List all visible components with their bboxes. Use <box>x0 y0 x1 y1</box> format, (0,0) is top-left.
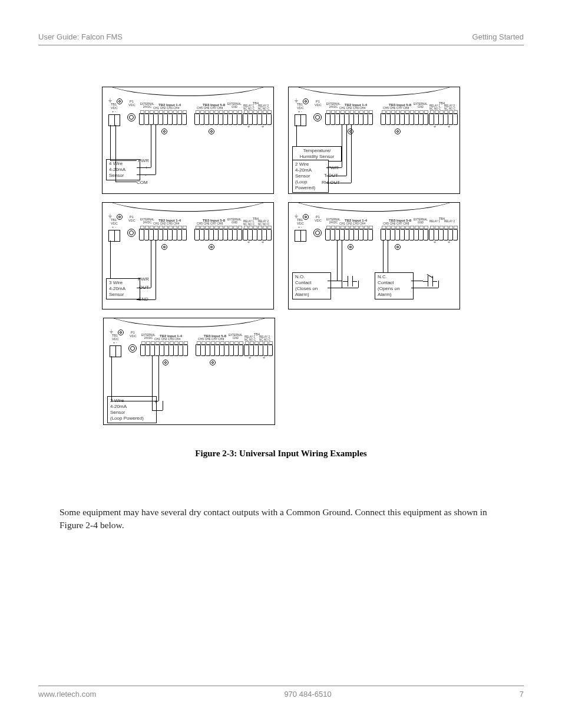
wiring-panel-contacts: ⏚ TB1 VDC + - P1 VDC EXTERNAL24VDC TB2 I… <box>288 202 460 309</box>
footer-right: 7 <box>520 690 524 699</box>
wiring-diagram-area: ⏚ TB1 VDC + - P1 VDC EXTERNAL24VDC TB2 I… <box>38 87 524 488</box>
header-left: User Guide: Falcon FMS <box>38 32 123 41</box>
body-paragraph: Some equipment may have several dry cont… <box>59 506 503 531</box>
wiring-panel-2wire-loop: ⏚ TB1 VDC + - P1 VDC EXTERNAL24VDC TB2 I… <box>103 318 275 425</box>
header-right: Getting Started <box>472 32 524 41</box>
wiring-panel-3wire: ⏚ TB1 VDC + - P1 VDC EXTERNAL24VDC TB2 I… <box>102 202 274 309</box>
figure-caption: Figure 2-3: Universal Input Wiring Examp… <box>195 449 366 459</box>
footer-left: www.rletech.com <box>38 690 96 699</box>
page-footer: www.rletech.com 970 484-6510 7 <box>38 686 524 699</box>
page-header: User Guide: Falcon FMS Getting Started <box>38 32 524 45</box>
wiring-panel-4wire: ⏚ TB1 VDC + - P1 VDC EXTERNAL24VDC TB2 I… <box>102 87 274 194</box>
wiring-panel-temp-humidity: ⏚ TB1 VDC + - P1 VDC EXTERNAL24VDC TB2 I… <box>288 87 460 194</box>
footer-center: 970 484-6510 <box>284 690 331 699</box>
